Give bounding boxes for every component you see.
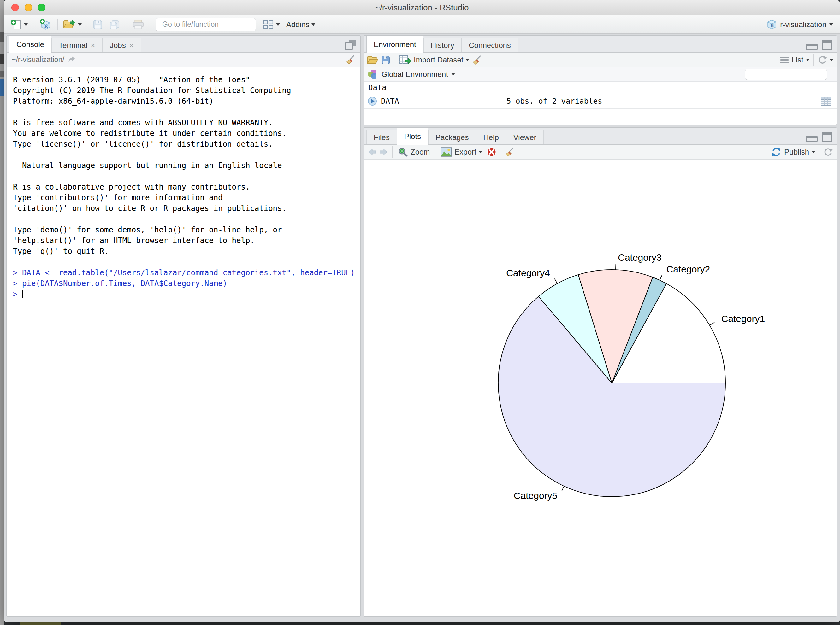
restore-pane-icon[interactable] xyxy=(344,40,356,50)
console-output[interactable]: R version 3.6.1 (2019-07-05) -- "Action … xyxy=(7,67,360,616)
chevron-down-icon xyxy=(24,23,28,26)
save-icon xyxy=(93,20,103,30)
goto-directory-icon[interactable] xyxy=(67,56,76,64)
remove-plot-button[interactable] xyxy=(486,147,497,157)
load-workspace-button[interactable] xyxy=(367,55,378,65)
zoom-plot-button[interactable]: Zoom xyxy=(396,146,431,158)
pie-label-category4: Category4 xyxy=(506,268,550,278)
tab-help[interactable]: Help xyxy=(476,130,506,145)
console-line: You are welcome to redistribute it under… xyxy=(13,128,360,139)
chevron-down-icon xyxy=(806,59,810,61)
chevron-down-icon xyxy=(78,23,82,26)
panes-grid-icon xyxy=(263,20,274,30)
import-dataset-button[interactable]: Import Dataset xyxy=(398,54,470,65)
rstudio-window: ~/r-visualization - RStudio R xyxy=(4,0,840,622)
tab-connections[interactable]: Connections xyxy=(461,38,518,52)
plots-tabstrip: Files Plots Packages Help Viewer xyxy=(364,128,837,145)
clear-plots-button[interactable] xyxy=(505,147,514,157)
zoom-window-button[interactable] xyxy=(38,4,45,11)
new-file-button[interactable] xyxy=(8,18,30,31)
import-dataset-icon xyxy=(399,55,411,65)
export-plot-button[interactable]: Export xyxy=(439,146,483,158)
refresh-icon xyxy=(823,147,833,157)
chevron-down-icon xyxy=(829,59,833,61)
next-plot-button[interactable] xyxy=(379,147,388,157)
environment-object-row[interactable]: DATA 5 obs. of 2 variables xyxy=(364,94,837,109)
object-name: DATA xyxy=(381,97,399,106)
console-line: Natural language support but running in … xyxy=(13,160,360,171)
expand-object-icon[interactable] xyxy=(368,96,377,106)
close-icon[interactable]: × xyxy=(129,41,134,50)
console-command: > DATA <- read.table("/Users/lsalazar/co… xyxy=(13,267,360,278)
maximize-pane-icon[interactable] xyxy=(822,40,832,50)
save-icon xyxy=(381,55,390,65)
minimize-window-button[interactable] xyxy=(25,4,32,11)
goto-file-input[interactable] xyxy=(162,20,256,29)
close-window-button[interactable] xyxy=(11,4,19,11)
tab-terminal[interactable]: Terminal × xyxy=(51,38,103,52)
environment-search-input[interactable] xyxy=(750,70,837,79)
save-workspace-button[interactable] xyxy=(381,55,390,65)
console-line: Type 'license()' or 'licence()' for dist… xyxy=(13,139,360,149)
close-icon[interactable]: × xyxy=(90,41,95,50)
broom-icon xyxy=(472,55,482,65)
scope-label: Global Environment xyxy=(382,70,448,79)
addins-button[interactable]: Addins xyxy=(284,20,318,30)
environment-pane: Environment History Connections xyxy=(363,35,837,125)
previous-plot-button[interactable] xyxy=(367,147,376,157)
tab-viewer[interactable]: Viewer xyxy=(506,130,544,145)
console-line: Type 'contributors()' for more informati… xyxy=(13,192,360,203)
environment-search[interactable] xyxy=(745,69,827,80)
text-cursor xyxy=(22,290,23,298)
console-prompt[interactable]: > xyxy=(13,289,360,300)
list-view-button[interactable]: List xyxy=(780,56,810,64)
tab-jobs[interactable]: Jobs × xyxy=(103,38,141,52)
save-all-icon xyxy=(109,19,121,30)
tab-environment[interactable]: Environment xyxy=(366,36,424,53)
section-header-label: Data xyxy=(368,83,386,92)
global-environment-icon xyxy=(368,69,378,80)
chevron-down-icon xyxy=(812,151,815,153)
zoom-label: Zoom xyxy=(410,148,430,156)
tab-files[interactable]: Files xyxy=(366,130,397,145)
forward-arrow-icon xyxy=(379,147,388,157)
addins-label: Addins xyxy=(286,20,309,29)
tab-console[interactable]: Console xyxy=(9,36,51,53)
console-line: Type 'demo()' for some demos, 'help()' f… xyxy=(13,224,360,235)
pie-label-category3: Category3 xyxy=(618,252,661,263)
desktop-fragment xyxy=(0,54,4,64)
pane-layout-button[interactable] xyxy=(260,19,282,30)
console-line: 'help.start()' for an HTML browser inter… xyxy=(13,235,360,246)
console-line: Type 'q()' to quit R. xyxy=(13,246,360,257)
environment-scope-button[interactable]: Global Environment xyxy=(368,69,455,80)
minimize-pane-icon[interactable] xyxy=(806,136,818,142)
pie-label-tick xyxy=(710,322,714,325)
console-line: R is free software and comes with ABSOLU… xyxy=(13,117,360,128)
maximize-pane-icon[interactable] xyxy=(822,132,832,142)
chevron-down-icon xyxy=(276,23,280,26)
tab-plots[interactable]: Plots xyxy=(397,128,428,145)
minimize-pane-icon[interactable] xyxy=(806,44,818,50)
save-all-button[interactable] xyxy=(107,19,123,31)
console-line xyxy=(13,107,360,117)
print-button[interactable] xyxy=(130,19,146,30)
view-table-button[interactable] xyxy=(821,97,831,106)
open-file-button[interactable] xyxy=(61,19,84,30)
tab-label: Help xyxy=(483,133,499,142)
clear-console-button[interactable] xyxy=(346,54,355,65)
new-project-button[interactable]: R xyxy=(37,18,54,31)
save-button[interactable] xyxy=(90,19,105,30)
toolbar-separator xyxy=(435,146,435,158)
plots-toolbar: Zoom Export Publish xyxy=(364,145,837,160)
console-line: R is a collaborative project with many c… xyxy=(13,182,360,192)
clear-environment-button[interactable] xyxy=(472,55,482,65)
tab-history[interactable]: History xyxy=(424,38,462,52)
tab-packages[interactable]: Packages xyxy=(428,130,476,145)
project-chooser[interactable]: R r-visualization xyxy=(767,19,835,30)
goto-file-search[interactable] xyxy=(156,18,256,31)
refresh-plot-button[interactable] xyxy=(823,147,833,157)
publish-plot-button[interactable]: Publish xyxy=(771,147,815,157)
desktop-fragment-olive xyxy=(20,622,61,625)
refresh-environment-button[interactable] xyxy=(818,55,833,65)
working-directory: ~/r-visualization/ xyxy=(12,56,64,64)
